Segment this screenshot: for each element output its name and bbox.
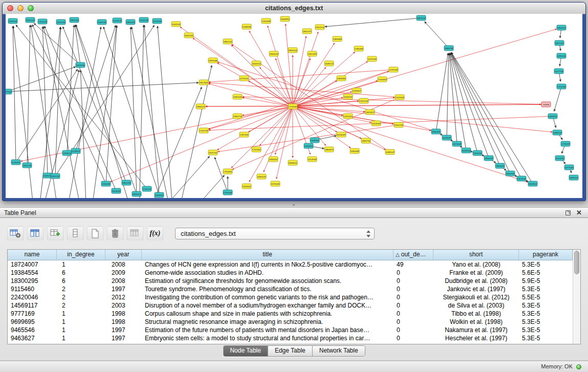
close-panel-icon[interactable]: ✕ — [576, 208, 582, 218]
table-cell[interactable]: 18724007 — [8, 260, 57, 269]
table-cell[interactable]: Tourette syndrome. Phenomenology and cla… — [142, 285, 394, 293]
table-row[interactable]: 2242004622012Investigating the contribut… — [8, 293, 580, 301]
graph-edge[interactable] — [144, 25, 159, 195]
table-cell[interactable]: 0 — [394, 277, 433, 285]
table-cell[interactable]: 1997 — [105, 285, 142, 293]
citation-network-graph[interactable]: 1724040185510419630192044102127514110815… — [6, 14, 582, 198]
graph-edge[interactable] — [43, 27, 88, 198]
table-cell[interactable]: 1 — [57, 260, 105, 269]
table-row[interactable]: 946554611997Estimation of the future num… — [8, 326, 580, 334]
graph-edge[interactable] — [293, 36, 306, 106]
table-cell[interactable]: Corpus callosum shape and size in male p… — [142, 310, 394, 318]
table-cell[interactable]: 9115460 — [8, 285, 57, 293]
table-cell[interactable]: Investigating the contribution of common… — [142, 293, 394, 301]
table-cell[interactable]: 2 — [57, 293, 105, 301]
graph-edge[interactable] — [293, 106, 371, 122]
column-header-in_degree[interactable]: in_degree — [57, 250, 105, 260]
table-row[interactable]: 977716911998Corpus callosum shape and si… — [8, 310, 580, 318]
memory-status-indicator[interactable] — [576, 364, 581, 369]
graph-edge[interactable] — [436, 53, 448, 132]
network-canvas[interactable]: 1724040185510419630192044102127514110815… — [6, 14, 582, 198]
graph-edge[interactable] — [130, 27, 137, 194]
table-cell[interactable]: Disruption of a novel member of a sodium… — [142, 301, 394, 310]
table-cell[interactable]: 5.3E-5 — [519, 310, 573, 318]
graph-edge[interactable] — [36, 27, 60, 198]
graph-edge[interactable] — [554, 86, 561, 111]
graph-edge[interactable] — [451, 53, 500, 166]
new-document-icon[interactable] — [87, 226, 103, 240]
graph-edge[interactable] — [209, 84, 293, 106]
table-cell[interactable]: 9699695 — [8, 318, 57, 326]
table-row[interactable]: 969969511998Structural magnetic resonanc… — [8, 318, 580, 326]
graph-edge[interactable] — [449, 53, 457, 144]
table-row[interactable]: 1872400712008Changes of HCN gene express… — [8, 260, 580, 269]
table-cell[interactable]: 1 — [57, 318, 105, 326]
table-cell[interactable]: 2012 — [105, 293, 142, 301]
table-cell[interactable]: Franke et al. (2009) — [433, 269, 519, 277]
graph-edge[interactable] — [80, 70, 88, 198]
graph-edge[interactable] — [88, 26, 117, 198]
column-header-out_de[interactable]: △out_de… — [394, 250, 433, 260]
import-table-icon[interactable] — [47, 226, 63, 240]
graph-edge[interactable] — [139, 156, 209, 198]
window-titlebar[interactable]: citations_edges.txt — [3, 3, 585, 14]
table-row[interactable]: 1938455462009Genome-wide association stu… — [8, 269, 580, 277]
table-cell[interactable]: 2008 — [105, 277, 142, 285]
rows-icon[interactable] — [67, 226, 83, 240]
graph-edge[interactable] — [103, 27, 159, 195]
column-header-short[interactable]: short — [433, 250, 519, 260]
table-cell[interactable]: 0 — [394, 334, 433, 342]
table-cell[interactable]: 0 — [394, 285, 433, 293]
minimize-window-button[interactable] — [17, 5, 24, 11]
graph-edge[interactable] — [249, 106, 293, 182]
table-cell[interactable]: 2009 — [105, 269, 142, 277]
graph-edge[interactable] — [13, 26, 36, 198]
table-cell[interactable]: Genome-wide association studies in ADHD. — [142, 269, 394, 277]
table-cell[interactable]: 1998 — [105, 310, 142, 318]
table-cell[interactable]: 5.3E-5 — [519, 326, 573, 334]
tab-node-table[interactable]: Node Table — [223, 346, 268, 356]
table-cell[interactable]: 2008 — [105, 260, 142, 269]
graph-edge[interactable] — [450, 53, 466, 150]
table-cell[interactable]: 5.9E-5 — [519, 277, 573, 285]
table-row[interactable]: 946362711997Embryonic stem cells: a mode… — [8, 334, 580, 342]
graph-edge[interactable] — [193, 38, 293, 106]
graph-edge[interactable] — [16, 25, 147, 189]
column-header-title[interactable]: title — [142, 250, 394, 260]
table-cell[interactable]: de Silva et al. (2003) — [433, 301, 519, 310]
table-cell[interactable]: 2 — [57, 301, 105, 310]
table-row[interactable]: 1456911722003Disruption of a novel membe… — [8, 301, 580, 310]
graph-edge[interactable] — [34, 24, 80, 65]
table-cell[interactable]: Estimation of the future numbers of pati… — [142, 326, 394, 334]
table-cell[interactable]: 0 — [394, 293, 433, 301]
function-builder-icon[interactable]: f(x) — [147, 226, 163, 240]
table-cell[interactable]: Tibbo et al. (1998) — [433, 310, 519, 318]
table-selector[interactable]: citations_edges.txt — [175, 228, 375, 239]
table-cell[interactable]: 1998 — [105, 318, 142, 326]
table-cell[interactable]: 14569117 — [8, 301, 57, 310]
tab-edge-table[interactable]: Edge Table — [268, 346, 313, 356]
table-cell[interactable]: 0 — [394, 318, 433, 326]
table-cell[interactable]: 1 — [57, 326, 105, 334]
graph-edge[interactable] — [111, 106, 293, 182]
graph-edge[interactable] — [286, 24, 293, 106]
table-cell[interactable]: Hescheler et al. (1997) — [433, 334, 519, 342]
graph-edge[interactable] — [259, 106, 293, 145]
graph-edge[interactable] — [293, 106, 528, 182]
table-cell[interactable]: Estimation of significance thresholds fo… — [142, 277, 394, 285]
graph-edge[interactable] — [293, 106, 552, 132]
table-settings-icon[interactable] — [7, 226, 24, 240]
graph-edge[interactable] — [293, 106, 351, 148]
graph-edge[interactable] — [214, 157, 228, 192]
panel-resize-handle[interactable] — [292, 204, 296, 206]
table-cell[interactable]: 9465546 — [8, 326, 57, 334]
table-cell[interactable]: Nakamura et al. (1997) — [433, 326, 519, 334]
graph-edge[interactable] — [275, 58, 293, 106]
table-cell[interactable]: 2 — [57, 285, 105, 293]
graph-edge[interactable] — [106, 26, 117, 184]
table-cell[interactable]: 5.6E-5 — [519, 269, 573, 277]
float-panel-icon[interactable] — [565, 210, 571, 215]
graph-edge[interactable] — [175, 175, 224, 198]
table-cell[interactable]: Embryonic stem cells: a model to study s… — [142, 334, 394, 342]
table-cell[interactable]: 5.3E-5 — [519, 301, 573, 310]
